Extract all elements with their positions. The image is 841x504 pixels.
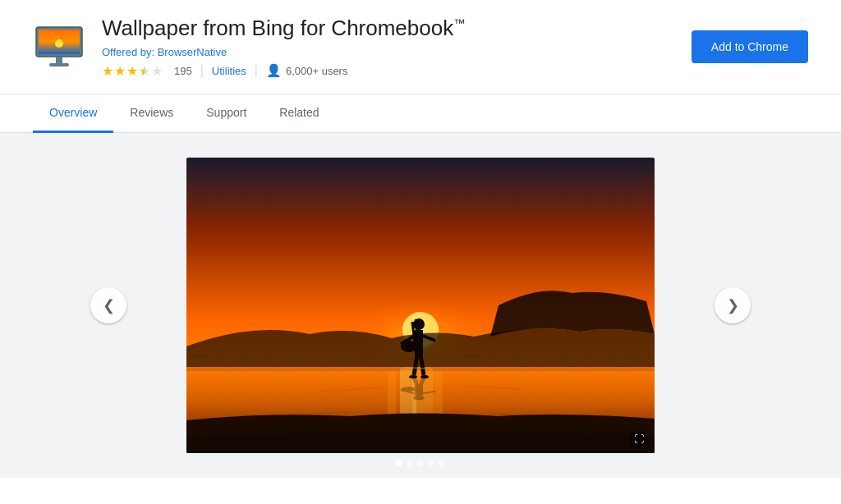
carousel-next-button[interactable]: ❯ [715,287,751,323]
dot-2[interactable] [407,460,413,466]
fullscreen-bar: ⛶ [630,432,648,447]
svg-point-32 [413,396,425,401]
users-text: 6,000+ users [286,65,348,77]
title-superscript: ™ [453,16,465,30]
prev-arrow-icon: ❮ [103,296,115,314]
fullscreen-icon: ⛶ [634,433,644,445]
dot-1[interactable] [396,460,402,466]
svg-point-24 [401,341,417,352]
add-to-chrome-button[interactable]: Add to Chrome [692,30,808,63]
sunset-scene-svg [186,158,655,453]
extension-meta: ★ ★ ★ ★ ★ ★ 195 | Utilities | 👤 6,000+ u… [102,63,692,79]
svg-rect-31 [415,386,423,396]
meta-divider-1: | [200,63,204,78]
svg-rect-4 [56,57,62,63]
rating-count[interactable]: 195 [174,65,192,77]
image-carousel: ❮ [0,133,841,478]
next-arrow-icon: ❯ [727,296,739,314]
tabs-navigation: Overview Reviews Support Related [0,94,841,133]
dot-3[interactable] [417,460,424,466]
extension-icon [33,21,85,73]
tab-reviews[interactable]: Reviews [113,94,190,133]
users-count: 👤 6,000+ users [266,63,348,78]
star-2: ★ [114,63,126,79]
user-icon: 👤 [266,63,282,78]
tab-overview[interactable]: Overview [33,94,113,133]
extension-header: Wallpaper from Bing for Chromebook™ Offe… [0,0,841,94]
main-content: ❮ [0,133,841,478]
dot-4[interactable] [428,460,434,466]
star-1: ★ [102,63,113,79]
carousel-dots [396,460,445,466]
star-rating[interactable]: ★ ★ ★ ★ ★ ★ [102,63,163,79]
tab-support[interactable]: Support [190,94,263,133]
star-4-half: ★ ★ [139,63,150,79]
carousel-prev-button[interactable]: ❮ [90,287,126,323]
star-5: ★ [151,63,163,79]
category-link[interactable]: Utilities [212,65,246,77]
dot-5[interactable] [439,460,445,466]
carousel-image: ⛶ [186,158,655,453]
extension-title: Wallpaper from Bing for Chromebook™ [102,15,692,43]
svg-rect-5 [49,63,69,66]
tab-related[interactable]: Related [263,94,335,133]
star-3: ★ [126,63,138,79]
title-text: Wallpaper from Bing for Chromebook [102,16,453,40]
extension-author[interactable]: Offered by: BrowserNative [102,46,692,58]
extension-info: Wallpaper from Bing for Chromebook™ Offe… [102,15,692,79]
meta-divider-2: | [255,63,258,78]
svg-point-35 [401,387,417,392]
svg-point-3 [55,39,63,48]
